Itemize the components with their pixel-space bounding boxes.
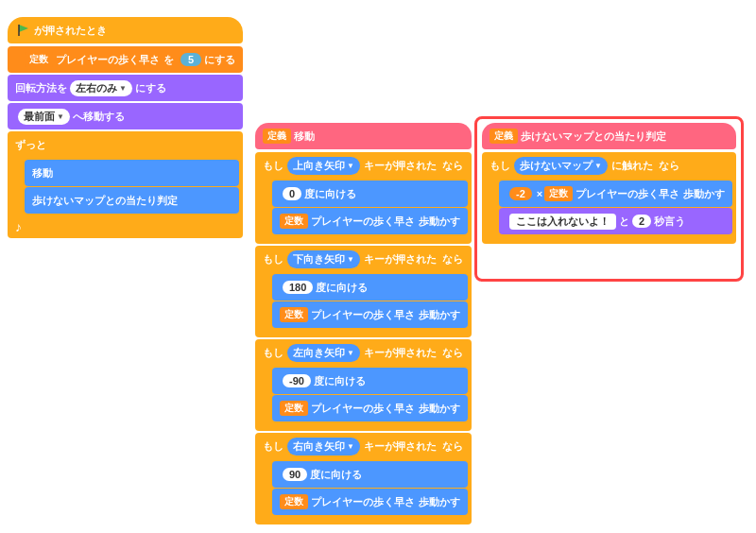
if-down-arrow: ▼	[347, 255, 354, 264]
if-touched-header[interactable]: もし 歩けないマップ ▼ に触れた なら	[482, 152, 736, 179]
if-right-dropdown[interactable]: 右向き矢印 ▼	[287, 438, 360, 456]
say-val[interactable]: 2	[632, 215, 651, 228]
if-down-label: もし	[263, 252, 284, 266]
if-left-suffix: なら	[442, 346, 463, 360]
forever-header[interactable]: ずっと	[8, 131, 243, 158]
scratch-canvas: が押されたとき 定数 プレイヤーの歩く早さ を 5 にする 回転方法を 左右のみ…	[0, 0, 756, 533]
if-left-footer	[255, 423, 472, 431]
if-right-header[interactable]: もし 右向き矢印 ▼ キーが押された なら	[255, 433, 472, 459]
if-left-body: -90 度に向ける 定数 プレイヤーの歩く早さ 歩動かす	[255, 366, 472, 423]
if-touched-body: -2 × 定数 プレイヤーの歩く早さ 歩動かす ここは入れないよ！ と 2 秒言…	[482, 179, 736, 236]
if-touched-block[interactable]: もし 歩けないマップ ▼ に触れた なら -2 × 定数 プレイヤーの歩く早さ …	[482, 152, 736, 244]
walk-down-block[interactable]: 定数 プレイヤーの歩く早さ 歩動かす	[272, 301, 468, 328]
flag-icon	[17, 24, 30, 37]
define-collision-label: 歩けないマップとの当たり判定	[521, 129, 666, 144]
set-speed-block[interactable]: 定数 プレイヤーの歩く早さ を 5 にする	[8, 46, 243, 73]
if-right-suffix: なら	[442, 439, 463, 454]
set-speed-tag: 定数	[25, 52, 53, 67]
walk-left-block[interactable]: 定数 プレイヤーの歩く早さ 歩動かす	[272, 395, 468, 421]
rotate-down-val[interactable]: 180	[283, 281, 313, 294]
if-touched-label: もし	[490, 159, 510, 173]
say-text[interactable]: ここは入れないよ！	[509, 214, 616, 230]
rotate-left-block[interactable]: -90 度に向ける	[272, 368, 468, 394]
if-right-footer	[255, 517, 472, 524]
if-touched-footer	[482, 236, 736, 244]
move-back-text: プレイヤーの歩く早さ	[576, 187, 679, 201]
hat-label: が押されたとき	[34, 24, 107, 38]
if-up-arrow: ▼	[347, 162, 354, 170]
front-block[interactable]: 最前面 ▼ へ移動する	[8, 103, 243, 129]
rotate-up-suffix: 度に向ける	[304, 187, 356, 201]
if-touched-dropdown[interactable]: 歩けないマップ ▼	[514, 157, 608, 175]
if-right-block[interactable]: もし 右向き矢印 ▼ キーが押された なら 90 度に向ける 定数 プレイヤーの…	[255, 433, 472, 524]
move-block[interactable]: 移動	[25, 160, 239, 186]
if-down-block[interactable]: もし 下向き矢印 ▼ キーが押された なら 180 度に向ける 定数 プレイヤー…	[255, 246, 472, 337]
if-up-label: もし	[263, 159, 284, 173]
if-left-arrow: ▼	[347, 349, 354, 357]
rotate-right-block[interactable]: 90 度に向ける	[272, 461, 468, 488]
forever-close: ♪	[15, 219, 22, 234]
speed-value[interactable]: 5	[180, 53, 201, 66]
rotation-block[interactable]: 回転方法を 左右のみ ▼ にする	[8, 75, 243, 101]
walk-right-suffix: 歩動かす	[419, 495, 460, 509]
middle-stack: 定義 移動 もし 上向き矢印 ▼ キーが押された なら 0 度に向ける 定数	[255, 123, 472, 524]
forever-loop[interactable]: ずっと 移動 歩けないマップとの当たり判定 ♪	[8, 131, 243, 238]
walk-down-suffix: 歩動かす	[419, 308, 460, 322]
if-up-suffix: なら	[442, 159, 463, 173]
rotate-right-val[interactable]: 90	[283, 468, 307, 481]
define-label: 移動	[294, 129, 315, 144]
set-speed-text: プレイヤーの歩く早さ	[56, 53, 160, 67]
forever-footer: ♪	[8, 215, 243, 238]
if-left-label: もし	[263, 346, 284, 360]
walk-up-suffix: 歩動かす	[419, 215, 460, 229]
if-right-arrow: ▼	[347, 442, 354, 451]
if-up-header[interactable]: もし 上向き矢印 ▼ キーが押された なら	[255, 152, 472, 179]
walk-left-suffix: 歩動かす	[419, 402, 460, 416]
forever-body: 移動 歩けないマップとの当たり判定	[8, 158, 243, 215]
if-down-header[interactable]: もし 下向き矢印 ▼ キーが押された なら	[255, 246, 472, 272]
collision-block[interactable]: 歩けないマップとの当たり判定	[25, 187, 239, 214]
if-down-dropdown[interactable]: 下向き矢印 ▼	[287, 250, 360, 268]
if-up-dropdown[interactable]: 上向き矢印 ▼	[287, 157, 360, 175]
if-left-block[interactable]: もし 左向き矢印 ▼ キーが押された なら -90 度に向ける 定数 プレイヤー…	[255, 339, 472, 431]
say-block[interactable]: ここは入れないよ！ と 2 秒言う	[499, 208, 732, 234]
if-up-body: 0 度に向ける 定数 プレイヤーの歩く早さ 歩動かす	[255, 179, 472, 236]
define-move-header[interactable]: 定義 移動	[255, 123, 472, 149]
rotate-right-suffix: 度に向ける	[310, 468, 362, 482]
walk-up-tag: 定数	[280, 214, 308, 229]
if-touched-arrow: ▼	[594, 162, 602, 170]
move-back-val[interactable]: -2	[509, 187, 532, 200]
rotate-up-val[interactable]: 0	[283, 187, 301, 200]
walk-down-text: プレイヤーの歩く早さ	[311, 308, 415, 322]
rotation-dropdown[interactable]: 左右のみ ▼	[70, 80, 132, 96]
if-left-header[interactable]: もし 左向き矢印 ▼ キーが押された なら	[255, 339, 472, 366]
if-up-key: キーが押された	[364, 159, 437, 173]
if-left-dropdown[interactable]: 左向き矢印 ▼	[287, 344, 360, 362]
rotate-left-suffix: 度に向ける	[314, 374, 366, 388]
right-stack: 定義 歩けないマップとの当たり判定 もし 歩けないマップ ▼ に触れた なら -…	[482, 123, 736, 244]
rotate-left-val[interactable]: -90	[283, 374, 311, 387]
front-dropdown[interactable]: 最前面 ▼	[18, 109, 70, 125]
say-suffix: 秒言う	[654, 215, 685, 229]
if-right-body: 90 度に向ける 定数 プレイヤーの歩く早さ 歩動かす	[255, 459, 472, 517]
say-to: と	[619, 215, 629, 229]
walk-left-tag: 定数	[280, 401, 308, 416]
rotate-up-block[interactable]: 0 度に向ける	[272, 181, 468, 207]
walk-up-block[interactable]: 定数 プレイヤーの歩く早さ 歩動かす	[272, 208, 468, 234]
rotate-down-suffix: 度に向ける	[316, 281, 368, 295]
move-back-block[interactable]: -2 × 定数 プレイヤーの歩く早さ 歩動かす	[499, 181, 732, 207]
walk-right-block[interactable]: 定数 プレイヤーの歩く早さ 歩動かす	[272, 489, 468, 515]
hat-block[interactable]: が押されたとき	[8, 17, 243, 43]
if-right-key: キーが押された	[364, 439, 437, 454]
rotation-text: 回転方法を	[15, 81, 67, 95]
set-speed-suffix: にする	[204, 53, 235, 67]
move-label: 移動	[32, 166, 53, 181]
define-collision-header[interactable]: 定義 歩けないマップとの当たり判定	[482, 123, 736, 149]
walk-down-tag: 定数	[280, 307, 308, 322]
if-up-block[interactable]: もし 上向き矢印 ▼ キーが押された なら 0 度に向ける 定数 プレイヤーの歩…	[255, 152, 472, 244]
walk-left-text: プレイヤーの歩く早さ	[311, 402, 415, 416]
front-suffix: へ移動する	[73, 110, 125, 124]
rotate-down-block[interactable]: 180 度に向ける	[272, 274, 468, 301]
walk-right-tag: 定数	[280, 494, 308, 509]
forever-label: ずっと	[15, 138, 46, 152]
